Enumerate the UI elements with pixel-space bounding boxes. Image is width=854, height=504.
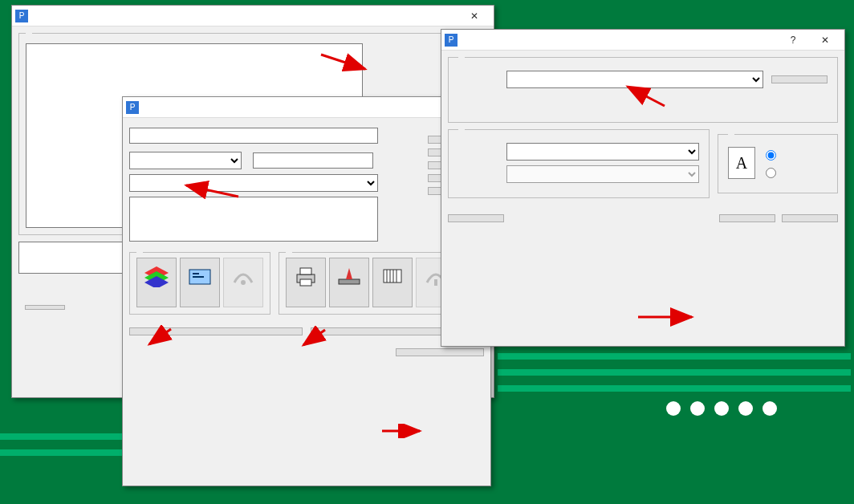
cam-dir-button[interactable] [25, 305, 65, 310]
app-icon: P [15, 10, 28, 22]
film-icon [376, 262, 409, 291]
svg-marker-11 [346, 268, 352, 279]
add-document-dialog: P ✕ [122, 96, 491, 486]
plotter-icon [333, 262, 365, 291]
doc-type-select[interactable] [129, 152, 242, 169]
print-device-button[interactable] [286, 258, 326, 307]
pen-device-button[interactable] [329, 258, 369, 307]
print-setup-dialog: P ? ✕ [441, 29, 845, 347]
layers-button[interactable] [136, 258, 177, 307]
assembly-icon [227, 262, 259, 291]
options-icon [184, 262, 216, 291]
doc-name-input[interactable] [129, 128, 378, 144]
paper-source-select [506, 165, 699, 183]
app-icon: P [126, 101, 139, 114]
printer-icon [290, 262, 322, 291]
network-button[interactable] [448, 214, 504, 222]
svg-rect-8 [300, 268, 311, 274]
output-file-input [253, 152, 373, 169]
close-icon[interactable]: ✕ [809, 30, 841, 50]
svg-rect-12 [384, 270, 401, 282]
printer-name-select[interactable] [506, 71, 763, 88]
svg-point-6 [241, 280, 246, 285]
svg-rect-10 [339, 279, 360, 284]
svg-rect-17 [434, 279, 437, 286]
photo-device-button[interactable] [372, 258, 413, 307]
svg-rect-5 [193, 276, 204, 278]
mfglayer-select[interactable] [129, 174, 378, 192]
layers-icon [140, 262, 173, 291]
orientation-group: A [718, 134, 838, 193]
titlebar[interactable]: P ✕ [123, 97, 490, 118]
close-icon[interactable]: ✕ [458, 6, 490, 26]
titlebar[interactable]: P ? ✕ [441, 30, 844, 51]
paper-group [448, 129, 710, 198]
help-icon[interactable]: ? [777, 30, 809, 50]
options-button[interactable] [180, 258, 220, 307]
preview-select-button[interactable] [129, 327, 303, 335]
printer-group [448, 57, 838, 123]
save-default-button[interactable] [396, 348, 484, 356]
assembly-button [223, 258, 263, 307]
cancel-button[interactable] [782, 214, 838, 222]
portrait-radio[interactable] [762, 148, 783, 161]
svg-rect-9 [300, 279, 311, 286]
summary-textarea[interactable] [129, 197, 378, 242]
custom-doc-group [129, 252, 270, 315]
svg-rect-4 [193, 273, 199, 274]
titlebar[interactable]: P ✕ [12, 6, 494, 26]
paper-size-select[interactable] [506, 143, 699, 161]
landscape-radio[interactable] [762, 165, 783, 178]
app-icon: P [445, 34, 458, 47]
ok-button[interactable] [719, 214, 775, 222]
printer-properties-button[interactable] [771, 75, 828, 83]
orientation-icon: A [728, 147, 755, 179]
